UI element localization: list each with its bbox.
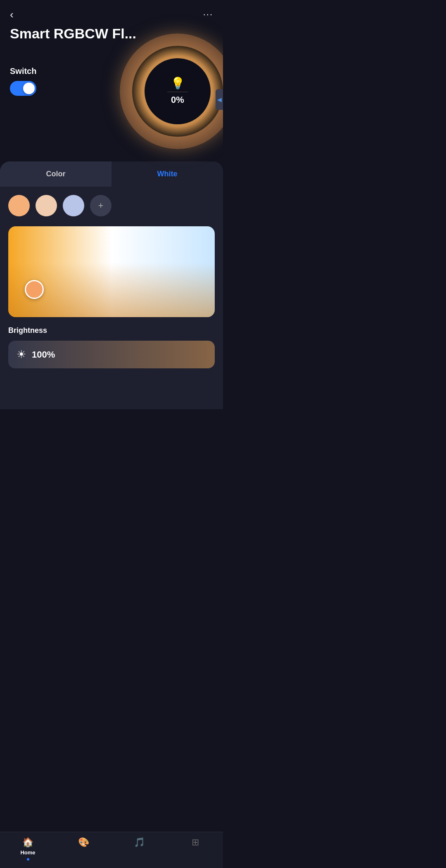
ring-glow: 💡 0%: [132, 46, 223, 137]
tab-color[interactable]: Color: [0, 161, 112, 187]
ring-light: 💡 0%: [120, 33, 223, 149]
tabs-row: Color White: [0, 161, 223, 187]
presets-section: +: [0, 187, 223, 221]
more-button[interactable]: ···: [203, 9, 213, 20]
back-button[interactable]: ‹: [10, 9, 14, 20]
chevron-left-icon: ◀: [217, 96, 222, 103]
add-preset-button[interactable]: +: [90, 195, 112, 216]
color-temperature-picker[interactable]: [8, 226, 215, 317]
ring-outer: 💡 0%: [120, 33, 223, 149]
tab-white[interactable]: White: [112, 161, 223, 187]
brightness-section: Brightness ☀ 100%: [0, 317, 223, 372]
divider-line: [167, 92, 188, 92]
preset-cool[interactable]: [63, 195, 84, 216]
brightness-percentage: 0%: [171, 95, 184, 105]
switch-section: Switch: [10, 66, 36, 96]
picker-handle[interactable]: [25, 280, 44, 299]
bottom-panel: Color White + Brightness ☀ 100%: [0, 161, 223, 409]
brightness-slider[interactable]: ☀ 100%: [8, 341, 215, 368]
brightness-label: Brightness: [8, 326, 215, 335]
power-toggle[interactable]: [10, 81, 36, 96]
ring-inner[interactable]: 💡 0%: [145, 58, 211, 124]
hero-section: Switch 💡 0% ◀: [0, 42, 223, 157]
color-picker-gradient: [8, 226, 215, 317]
preset-soft[interactable]: [36, 195, 57, 216]
switch-label: Switch: [10, 66, 36, 76]
presets-row: +: [8, 195, 215, 216]
bulb-icon: 💡: [171, 78, 185, 89]
toggle-thumb: [23, 83, 35, 94]
preset-warm[interactable]: [8, 195, 30, 216]
sun-icon: ☀: [17, 348, 26, 361]
side-panel-tab[interactable]: ◀: [216, 89, 223, 110]
brightness-value: 100%: [32, 349, 55, 360]
top-bar: ‹ ···: [0, 0, 223, 24]
plus-icon: +: [98, 201, 104, 210]
